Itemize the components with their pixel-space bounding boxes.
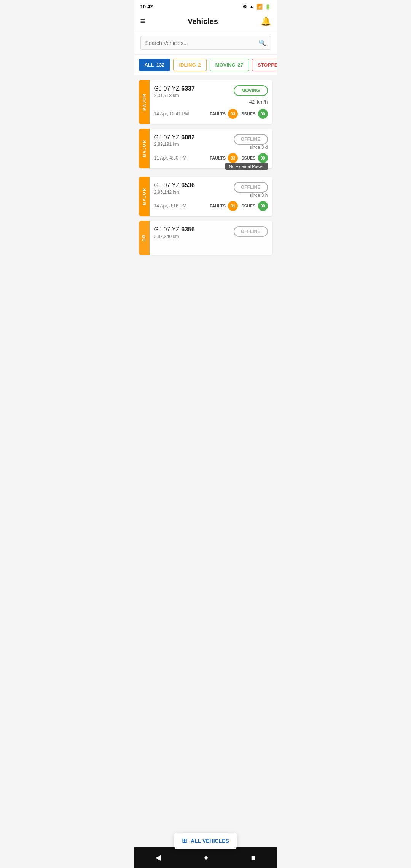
vehicle-list: MAJOR GJ 07 YZ 6337 2,31,718 km MOVING 4… bbox=[134, 75, 277, 260]
no-power-tooltip: No External Power bbox=[225, 163, 268, 170]
card-date-1: 14 Apr, 10:41 PM bbox=[154, 111, 189, 116]
issues-badge-2: 00 bbox=[258, 153, 268, 163]
vehicle-card-2[interactable]: MAJOR GJ 07 YZ 6082 2,89,191 km OFFLINE … bbox=[139, 129, 272, 168]
faults-label-1: FAULTS bbox=[210, 112, 226, 116]
faults-issues-3: FAULTS 01 ISSUES 00 bbox=[210, 201, 268, 211]
card-body-3: GJ 07 YZ 6536 2,96,142 km OFFLINE since … bbox=[150, 177, 272, 216]
card-body-1: GJ 07 YZ 6337 2,31,718 km MOVING 42 km/h… bbox=[150, 80, 272, 124]
vehicle-card-wrapper-2: MAJOR GJ 07 YZ 6082 2,89,191 km OFFLINE … bbox=[139, 129, 272, 168]
status-area-1: MOVING 42 km/h bbox=[234, 85, 268, 106]
filter-all-count: 132 bbox=[156, 62, 165, 68]
vehicle-id-1: GJ 07 YZ 6337 bbox=[154, 85, 195, 92]
status-badge-3: OFFLINE bbox=[234, 182, 268, 193]
status-icons: ⚙ ▲ 📶 🔋 bbox=[242, 4, 271, 10]
vehicle-number-1: 6337 bbox=[181, 85, 195, 92]
time-display: 10:42 bbox=[140, 4, 153, 10]
vehicle-km-1: 2,31,718 km bbox=[154, 93, 195, 98]
search-input[interactable] bbox=[145, 40, 258, 46]
vehicle-card-4[interactable]: OR GJ 07 YZ 6356 3,82,240 km OFFLINE bbox=[139, 221, 272, 255]
faults-label-3: FAULTS bbox=[210, 204, 226, 208]
card-top-3: GJ 07 YZ 6536 2,96,142 km OFFLINE since … bbox=[154, 182, 268, 198]
vehicle-info-4: GJ 07 YZ 6356 3,82,240 km bbox=[154, 226, 195, 239]
vehicle-km-2: 2,89,191 km bbox=[154, 142, 195, 147]
speed-unit-1: km/h bbox=[257, 99, 268, 105]
status-area-2: OFFLINE since 3 d bbox=[234, 134, 268, 150]
vehicle-number-3: 6536 bbox=[181, 182, 195, 188]
vehicle-id-4: GJ 07 YZ 6356 bbox=[154, 226, 195, 233]
card-top-4: GJ 07 YZ 6356 3,82,240 km OFFLINE bbox=[154, 226, 268, 239]
search-box: 🔍 bbox=[140, 36, 271, 50]
status-badge-2: OFFLINE bbox=[234, 134, 268, 145]
issues-label-1: ISSUES bbox=[240, 112, 255, 116]
filter-all-label: ALL bbox=[145, 62, 154, 68]
vehicle-id-3: GJ 07 YZ 6536 bbox=[154, 182, 195, 189]
faults-issues-2: FAULTS 03 ISSUES 00 bbox=[210, 153, 268, 163]
menu-button[interactable]: ≡ bbox=[140, 16, 145, 26]
card-top-2: GJ 07 YZ 6082 2,89,191 km OFFLINE since … bbox=[154, 134, 268, 150]
card-side-label-2: MAJOR bbox=[139, 129, 150, 168]
notifications-button[interactable]: 🔔 bbox=[261, 16, 271, 26]
issues-badge-3: 00 bbox=[258, 201, 268, 211]
settings-icon: ⚙ bbox=[242, 4, 247, 10]
filter-tab-idling[interactable]: IDLING 2 bbox=[173, 59, 206, 71]
vehicle-card-wrapper-3: No External Power MAJOR GJ 07 YZ 6536 2,… bbox=[139, 173, 272, 216]
status-bar: 10:42 ⚙ ▲ 📶 🔋 bbox=[134, 0, 277, 12]
filter-tab-stopped[interactable]: STOPPED 4 bbox=[252, 59, 277, 71]
wifi-icon: ▲ bbox=[249, 4, 254, 10]
search-button[interactable]: 🔍 bbox=[258, 39, 266, 46]
faults-issues-1: FAULTS 03 ISSUES 00 bbox=[210, 109, 268, 119]
vehicle-prefix-1: GJ 07 YZ bbox=[154, 85, 182, 92]
battery-icon: 🔋 bbox=[265, 4, 271, 10]
filter-tabs: ALL 132 IDLING 2 MOVING 27 STOPPED 4 bbox=[134, 55, 277, 75]
card-date-3: 14 Apr, 8:16 PM bbox=[154, 203, 186, 209]
vehicle-km-4: 3,82,240 km bbox=[154, 234, 195, 239]
vehicle-card-1[interactable]: MAJOR GJ 07 YZ 6337 2,31,718 km MOVING 4… bbox=[139, 80, 272, 124]
vehicle-number-2: 6082 bbox=[181, 134, 195, 140]
status-badge-1: MOVING bbox=[234, 85, 268, 96]
filter-idling-label: IDLING bbox=[179, 62, 196, 68]
filter-moving-label: MOVING bbox=[215, 62, 236, 68]
status-area-4: OFFLINE bbox=[234, 226, 268, 237]
filter-stopped-label: STOPPED bbox=[258, 62, 277, 68]
card-body-2: GJ 07 YZ 6082 2,89,191 km OFFLINE since … bbox=[150, 129, 272, 168]
vehicle-card-3[interactable]: MAJOR GJ 07 YZ 6536 2,96,142 km OFFLINE … bbox=[139, 177, 272, 216]
filter-tab-all[interactable]: ALL 132 bbox=[139, 59, 170, 71]
card-side-label-4: OR bbox=[139, 221, 150, 255]
vehicle-number-4: 6356 bbox=[181, 226, 195, 233]
card-bottom-2: 11 Apr, 4:30 PM FAULTS 03 ISSUES 00 bbox=[154, 153, 268, 163]
vehicle-info-2: GJ 07 YZ 6082 2,89,191 km bbox=[154, 134, 195, 147]
faults-label-2: FAULTS bbox=[210, 156, 226, 160]
since-text-3: since 3 h bbox=[234, 193, 268, 198]
vehicle-info-3: GJ 07 YZ 6536 2,96,142 km bbox=[154, 182, 195, 195]
vehicle-km-3: 2,96,142 km bbox=[154, 190, 195, 195]
vehicle-id-2: GJ 07 YZ 6082 bbox=[154, 134, 195, 141]
vehicle-card-wrapper-4: OR GJ 07 YZ 6356 3,82,240 km OFFLINE bbox=[139, 221, 272, 255]
header: ≡ Vehicles 🔔 bbox=[134, 12, 277, 31]
card-bottom-3: 14 Apr, 8:16 PM FAULTS 01 ISSUES 00 bbox=[154, 201, 268, 211]
vehicle-card-wrapper-1: MAJOR GJ 07 YZ 6337 2,31,718 km MOVING 4… bbox=[139, 80, 272, 124]
card-bottom-1: 14 Apr, 10:41 PM FAULTS 03 ISSUES 00 bbox=[154, 109, 268, 119]
faults-badge-3: 01 bbox=[228, 201, 238, 211]
filter-tab-moving[interactable]: MOVING 27 bbox=[210, 59, 249, 71]
issues-label-3: ISSUES bbox=[240, 204, 255, 208]
speed-value-1: 42 bbox=[249, 99, 255, 105]
filter-moving-count: 27 bbox=[238, 62, 243, 68]
card-side-label-3: MAJOR bbox=[139, 177, 150, 216]
filter-idling-count: 2 bbox=[198, 62, 201, 68]
issues-label-2: ISSUES bbox=[240, 156, 255, 160]
page-title: Vehicles bbox=[188, 17, 218, 26]
faults-badge-2: 03 bbox=[228, 153, 238, 163]
card-body-4: GJ 07 YZ 6356 3,82,240 km OFFLINE bbox=[150, 221, 272, 255]
card-date-2: 11 Apr, 4:30 PM bbox=[154, 155, 186, 161]
vehicle-prefix-4: GJ 07 YZ bbox=[154, 226, 182, 233]
vehicle-info-1: GJ 07 YZ 6337 2,31,718 km bbox=[154, 85, 195, 98]
status-area-3: OFFLINE since 3 h bbox=[234, 182, 268, 198]
status-badge-4: OFFLINE bbox=[234, 226, 268, 237]
speed-1: 42 km/h bbox=[234, 96, 268, 106]
vehicle-prefix-3: GJ 07 YZ bbox=[154, 182, 182, 188]
search-container: 🔍 bbox=[134, 31, 277, 55]
faults-badge-1: 03 bbox=[228, 109, 238, 119]
signal-icon: 📶 bbox=[256, 4, 263, 10]
card-side-label-1: MAJOR bbox=[139, 80, 150, 124]
since-text-2: since 3 d bbox=[234, 145, 268, 150]
